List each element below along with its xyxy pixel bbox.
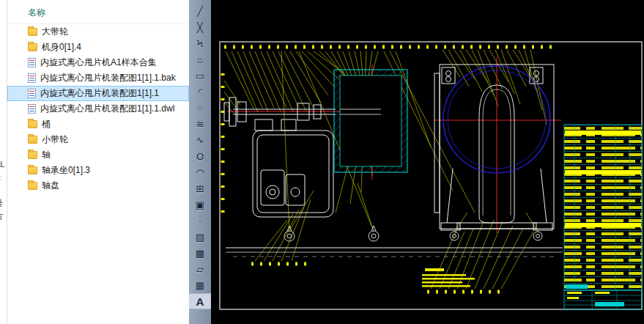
region-tool-icon[interactable]: ▱ (189, 261, 211, 277)
folder-icon (28, 28, 37, 36)
cad-drawing (211, 0, 644, 324)
file-row[interactable]: 内旋式离心甩片机装配图1[1].1.dwl (7, 101, 189, 117)
insert-block-tool-icon[interactable]: ⊞ (189, 180, 211, 196)
file-row-selected[interactable]: 内旋式离心甩片机装配图1[1].1 (7, 86, 189, 101)
make-block-tool-icon[interactable]: ▣ (189, 196, 211, 213)
file-name: 轴 (42, 149, 51, 161)
table-tool-icon[interactable]: ▦ (189, 277, 211, 293)
file-name: 机身0[1].4 (42, 41, 81, 54)
rectangle-tool-icon[interactable]: ▭ (189, 67, 211, 84)
file-row[interactable]: 内旋式离心甩片机装配图1[1].1.bak (7, 70, 189, 86)
folder-icon (28, 120, 37, 128)
folder-icon (28, 182, 37, 190)
file-list: 大带轮 机身0[1].4 内旋式离心甩片机A1样本合集 内旋式离心甩片机装配图1… (7, 24, 189, 194)
file-name: 大带轮 (42, 26, 68, 38)
cad-application-window: AL C 号 方 名称 大带轮 机身0[1].4 内旋式离心甩片机A1样本合集 … (0, 0, 644, 324)
file-icon (28, 89, 36, 98)
folder-icon (28, 43, 37, 51)
polyline-tool-icon[interactable]: Ϟ (189, 35, 211, 51)
file-name: 桶 (42, 118, 51, 130)
file-row[interactable]: 轴盘 (7, 178, 189, 194)
clipped-left-pane: AL C 号 方 (0, 0, 7, 324)
title-block (564, 290, 642, 309)
gradient-tool-icon[interactable]: ▩ (189, 245, 211, 261)
file-row[interactable]: 机身0[1].4 (7, 40, 189, 55)
file-row[interactable]: 大带轮 (7, 24, 189, 40)
ellipse-arc-tool-icon[interactable]: ◠ (189, 164, 211, 180)
bom-table (564, 125, 642, 290)
file-row[interactable]: 轴承坐0[1].3 (7, 163, 189, 178)
base-lines (226, 248, 563, 257)
folder-icon (28, 166, 37, 174)
polygon-tool-icon[interactable]: ⌂ (189, 51, 211, 67)
clipped-text: 号 (0, 198, 3, 209)
folder-icon (28, 136, 37, 144)
point-tool-icon[interactable]: · (189, 213, 211, 229)
clipped-text: 方 (0, 211, 3, 222)
drum-section (334, 70, 407, 172)
name-column-header[interactable]: 名称 (7, 0, 189, 24)
technical-notes (422, 268, 475, 287)
file-icon (28, 104, 36, 114)
file-name: 内旋式离心甩片机装配图1[1].1.bak (40, 72, 176, 84)
file-name: 轴盘 (42, 180, 59, 192)
file-row[interactable]: 轴 (7, 147, 189, 163)
left-view (224, 97, 336, 217)
cad-drawing-canvas[interactable] (211, 0, 644, 324)
file-name: 轴承坐0[1].3 (42, 164, 90, 177)
file-explorer-panel: 名称 大带轮 机身0[1].4 内旋式离心甩片机A1样本合集 内旋式离心甩片机装… (7, 0, 189, 324)
file-name: 小带轮 (42, 133, 68, 146)
file-name: 内旋式离心甩片机装配图1[1].1 (40, 87, 159, 100)
file-name: 内旋式离心甩片机A1样本合集 (40, 56, 157, 69)
file-row[interactable]: 桶 (7, 117, 189, 132)
clipped-text: C (0, 174, 1, 183)
ellipse-tool-icon[interactable]: Ο (189, 148, 211, 164)
clipped-text: AL (0, 160, 4, 169)
multiline-text-tool-icon[interactable]: A (189, 293, 211, 309)
hatch-tool-icon[interactable]: ▨ (189, 229, 211, 245)
arc-tool-icon[interactable]: ◜ (189, 84, 211, 100)
line-tool-icon[interactable]: ╱ (189, 3, 211, 19)
file-name: 内旋式离心甩片机装配图1[1].1.dwl (40, 103, 174, 115)
folder-icon (28, 151, 37, 159)
file-icon (28, 58, 36, 67)
file-row[interactable]: 小带轮 (7, 132, 189, 147)
draw-toolbar: ╱ ╳ Ϟ ⌂ ▭ ◜ ○ ≋ ∿ Ο ◠ ⊞ ▣ · ▨ ▩ ▱ ▦ A (189, 0, 211, 324)
spline-tool-icon[interactable]: ∿ (189, 132, 211, 148)
file-icon (28, 73, 36, 83)
revision-cloud-tool-icon[interactable]: ≋ (189, 116, 211, 132)
anchor-balloons (284, 226, 542, 241)
circle-tool-icon[interactable]: ○ (189, 100, 211, 116)
file-row[interactable]: 内旋式离心甩片机A1样本合集 (7, 55, 189, 70)
construction-line-tool-icon[interactable]: ╳ (189, 19, 211, 35)
